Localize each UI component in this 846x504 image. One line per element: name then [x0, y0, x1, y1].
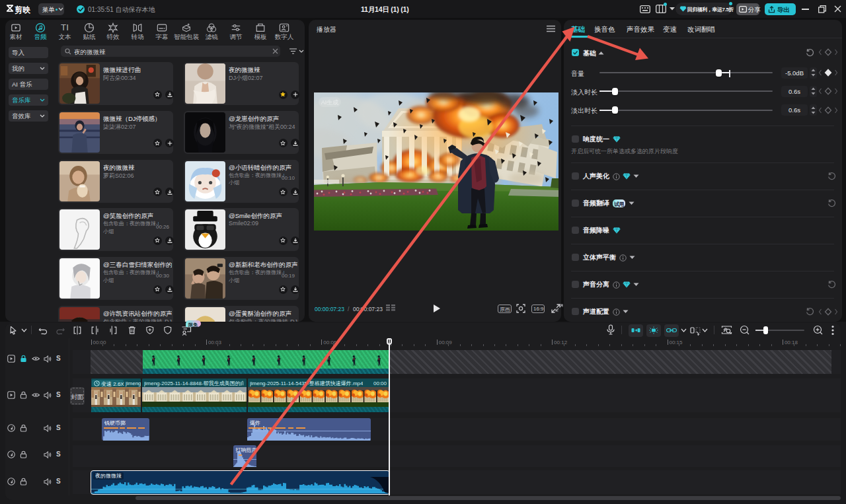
svg-text:TI: TI	[61, 22, 69, 32]
svg-text:AI生成: AI生成	[321, 99, 339, 106]
